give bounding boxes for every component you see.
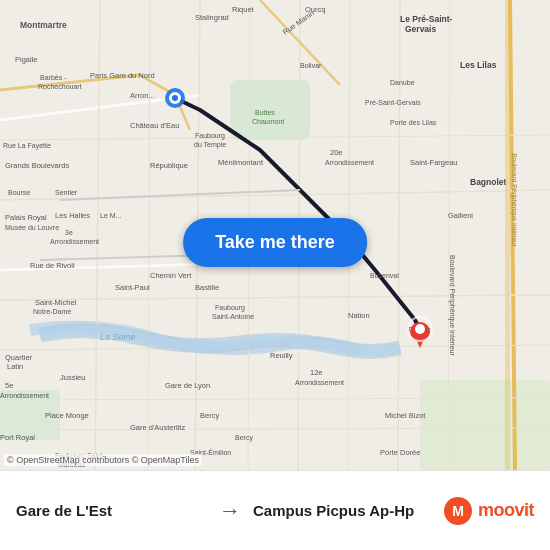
svg-text:Port Royal: Port Royal xyxy=(0,433,35,442)
svg-text:Arrondissement: Arrondissement xyxy=(50,238,99,245)
svg-text:Faubourg: Faubourg xyxy=(195,132,225,140)
svg-text:Arrondissement: Arrondissement xyxy=(0,392,49,399)
svg-text:Château d'Eau: Château d'Eau xyxy=(130,121,179,130)
svg-text:Montmartre: Montmartre xyxy=(20,20,67,30)
svg-text:Rue de Rivoli: Rue de Rivoli xyxy=(30,261,75,270)
svg-text:Saint-Paul: Saint-Paul xyxy=(115,283,150,292)
svg-text:Saint-Fargeau: Saint-Fargeau xyxy=(410,158,458,167)
take-me-there-button[interactable]: Take me there xyxy=(183,218,367,267)
svg-text:Quartier: Quartier xyxy=(5,353,33,362)
svg-text:Ménilmontant: Ménilmontant xyxy=(218,158,264,167)
svg-text:Bourse: Bourse xyxy=(8,189,30,196)
svg-text:3e: 3e xyxy=(65,229,73,236)
svg-point-100 xyxy=(172,95,178,101)
svg-text:Latin: Latin xyxy=(7,362,23,371)
svg-text:Barbès -: Barbès - xyxy=(40,74,67,81)
svg-rect-96 xyxy=(505,0,510,470)
svg-text:Bercy: Bercy xyxy=(200,411,219,420)
map-attribution: © OpenStreetMap contributors © OpenMapTi… xyxy=(4,454,202,466)
route-from-label: Gare de L'Est xyxy=(16,502,207,519)
svg-text:Michel Bizot: Michel Bizot xyxy=(385,411,426,420)
svg-text:Gervais: Gervais xyxy=(405,24,436,34)
svg-text:Gallieni: Gallieni xyxy=(448,211,473,220)
svg-text:Sentier: Sentier xyxy=(55,189,78,196)
svg-text:Pigalle: Pigalle xyxy=(15,55,38,64)
moovit-icon xyxy=(444,497,472,525)
svg-text:Arrondissement: Arrondissement xyxy=(295,379,344,386)
svg-text:Faubourg: Faubourg xyxy=(215,304,245,312)
bottom-bar: Gare de L'Est → Campus Picpus Ap-Hp moov… xyxy=(0,470,550,550)
svg-text:Porte Dorée: Porte Dorée xyxy=(380,448,420,457)
svg-text:Nation: Nation xyxy=(348,311,370,320)
svg-text:20e: 20e xyxy=(330,148,343,157)
route-to-label: Campus Picpus Ap-Hp xyxy=(253,502,444,519)
svg-text:Arrondissement: Arrondissement xyxy=(325,159,374,166)
svg-text:du Temple: du Temple xyxy=(194,141,226,149)
svg-text:Place Monge: Place Monge xyxy=(45,411,89,420)
svg-text:Gare d'Austerlitz: Gare d'Austerlitz xyxy=(130,423,185,432)
svg-text:Grands Boulevards: Grands Boulevards xyxy=(5,161,69,170)
svg-text:Buttes: Buttes xyxy=(255,109,275,116)
svg-text:Paris Gare du Nord: Paris Gare du Nord xyxy=(90,71,155,80)
svg-text:Reuilly: Reuilly xyxy=(270,351,293,360)
svg-text:Pré-Saint-Gervais: Pré-Saint-Gervais xyxy=(365,99,421,106)
svg-text:12e: 12e xyxy=(310,368,323,377)
svg-text:Le Pré-Saint-: Le Pré-Saint- xyxy=(400,14,453,24)
map-container: Buttes Chaumont xyxy=(0,0,550,470)
svg-text:Porte des Lilas: Porte des Lilas xyxy=(390,119,437,126)
svg-text:Bolivar: Bolivar xyxy=(300,62,322,69)
svg-text:Rue La Fayette: Rue La Fayette xyxy=(3,142,51,150)
svg-text:Saint-Michel: Saint-Michel xyxy=(35,298,77,307)
svg-text:Saint-Antoine: Saint-Antoine xyxy=(212,313,254,320)
svg-text:Stalingrad: Stalingrad xyxy=(195,13,229,22)
svg-text:La Seine: La Seine xyxy=(100,332,136,342)
route-arrow-icon: → xyxy=(219,498,241,524)
svg-text:Chemin Vert: Chemin Vert xyxy=(150,271,192,280)
svg-text:Gare de Lyon: Gare de Lyon xyxy=(165,381,210,390)
svg-text:Bastille: Bastille xyxy=(195,283,219,292)
svg-text:Les Halles: Les Halles xyxy=(55,211,90,220)
svg-text:Boulevard Périphérique Intérie: Boulevard Périphérique Intérieur xyxy=(510,153,518,247)
svg-text:Boulevard Périphérique Intérie: Boulevard Périphérique Intérieur xyxy=(448,255,456,356)
svg-rect-5 xyxy=(420,380,550,470)
svg-text:Le M...: Le M... xyxy=(100,212,121,219)
moovit-logo: moovit xyxy=(444,497,534,525)
svg-text:Riquet: Riquet xyxy=(232,5,255,14)
svg-text:Bagnolet: Bagnolet xyxy=(470,177,507,187)
svg-text:Notre-Dame: Notre-Dame xyxy=(33,308,71,315)
svg-text:Danube: Danube xyxy=(390,79,415,86)
svg-text:Chaumont: Chaumont xyxy=(252,118,284,125)
svg-text:Musée du Louvre: Musée du Louvre xyxy=(5,224,59,231)
svg-text:Arron...: Arron... xyxy=(130,91,155,100)
moovit-logo-text: moovit xyxy=(478,500,534,521)
svg-text:Rochechouart: Rochechouart xyxy=(38,83,82,90)
svg-text:Les Lilas: Les Lilas xyxy=(460,60,497,70)
svg-text:5e: 5e xyxy=(5,381,13,390)
svg-text:République: République xyxy=(150,161,188,170)
svg-text:Buzenval: Buzenval xyxy=(370,272,399,279)
svg-point-103 xyxy=(415,324,425,334)
svg-text:Jussieu: Jussieu xyxy=(60,373,85,382)
svg-text:Palais Royal: Palais Royal xyxy=(5,213,47,222)
svg-text:Bercy: Bercy xyxy=(235,434,253,442)
